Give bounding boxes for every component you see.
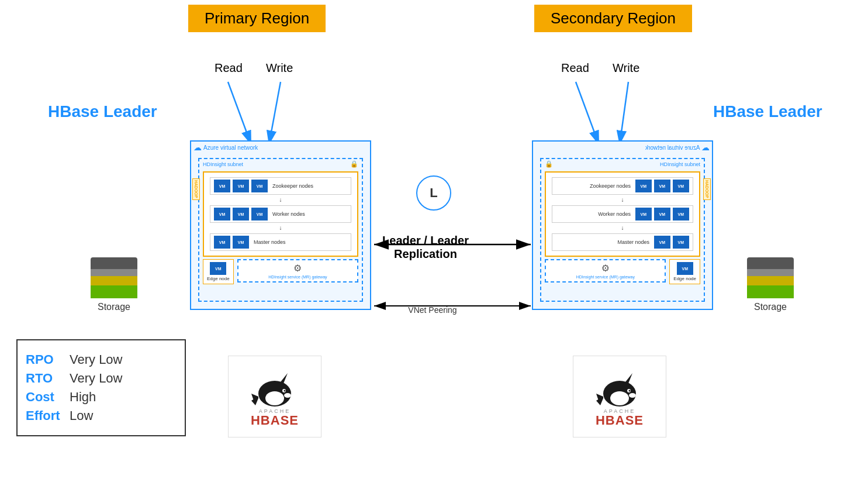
- primary-read-label: Read: [215, 61, 243, 75]
- svg-point-16: [284, 393, 291, 398]
- master-row: VM VM Master nodes: [210, 233, 351, 251]
- svg-point-25: [629, 390, 631, 392]
- svg-line-5: [576, 82, 599, 145]
- svg-text:HBASE: HBASE: [596, 413, 644, 428]
- cloud-icon-secondary: ☁: [701, 143, 710, 152]
- secondary-zookeeper-row: VM VM VM Zookeeper nodes: [552, 177, 693, 195]
- secondary-storage: Storage: [747, 257, 794, 312]
- vnet-peering-text: VNet Peering: [374, 305, 491, 315]
- cost-key: Cost: [26, 390, 70, 405]
- worker-row: VM VM VM Worker nodes: [210, 205, 351, 223]
- metrics-box: RPO Very Low RTO Very Low Cost High Effo…: [16, 339, 186, 436]
- effort-key: Effort: [26, 408, 70, 423]
- secondary-azure-box: ☁ Azure virtual network HDInsight subnet…: [532, 140, 713, 310]
- svg-line-3: [228, 82, 251, 145]
- lock-icon: 🔒: [350, 160, 358, 168]
- svg-text:HBASE: HBASE: [251, 413, 299, 428]
- hadoop-label-secondary: HADOOP: [703, 178, 711, 200]
- rpo-key: RPO: [26, 352, 70, 367]
- hadoop-label: HADOOP: [192, 178, 200, 200]
- primary-region-label: Primary Region: [188, 5, 326, 32]
- primary-hdinsight-subnet: HDInsight subnet 🔒 VM VM VM Zookeeper no…: [198, 158, 363, 302]
- svg-line-6: [620, 82, 628, 145]
- secondary-worker-row: VM VM VM Worker nodes: [552, 205, 693, 223]
- secondary-read-label: Read: [561, 61, 589, 75]
- secondary-hdinsight-service: ⚙ HDInsight service (MR) gateway: [545, 259, 666, 282]
- lock-icon-secondary: 🔒: [545, 160, 553, 168]
- edge-node: VM Edge node: [203, 259, 234, 284]
- center-circle: L: [416, 175, 451, 211]
- secondary-edge-node: VM Edge node: [669, 259, 700, 284]
- secondary-write-label: Write: [613, 61, 639, 75]
- primary-storage: Storage: [91, 257, 137, 312]
- cost-value: High: [70, 390, 96, 405]
- center-circle-text: L: [430, 185, 437, 201]
- hdinsight-service: ⚙ HDInsight service (MR) gateway: [237, 259, 358, 282]
- primary-hbase-leader: HBase Leader: [48, 102, 157, 121]
- primary-write-label: Write: [266, 61, 293, 75]
- svg-point-26: [629, 393, 636, 398]
- svg-point-10: [265, 391, 284, 405]
- replication-text: Leader / Leader Replication: [361, 234, 490, 261]
- svg-point-15: [284, 390, 286, 392]
- secondary-region-label: Secondary Region: [534, 5, 692, 32]
- secondary-hbase-leader: HBase Leader: [713, 102, 822, 121]
- secondary-hbase-logo: APACHE HBASE: [573, 356, 666, 437]
- secondary-master-row: VM VM Master nodes: [552, 233, 693, 251]
- rto-value: Very Low: [70, 371, 123, 386]
- rto-key: RTO: [26, 371, 70, 386]
- svg-line-4: [269, 82, 281, 145]
- cloud-icon: ☁: [193, 143, 202, 152]
- gear-icon: ⚙: [293, 263, 302, 274]
- effort-value: Low: [70, 408, 93, 423]
- rpo-value: Very Low: [70, 352, 123, 367]
- primary-hbase-logo: APACHE HBASE: [228, 356, 321, 437]
- svg-point-20: [610, 391, 629, 405]
- secondary-hdinsight-subnet: HDInsight subnet 🔒 VM VM VM Zookeeper no…: [540, 158, 705, 302]
- primary-azure-box: ☁ Azure virtual network HDInsight subnet…: [190, 140, 371, 310]
- zookeeper-row: VM VM VM Zookeeper nodes: [210, 177, 351, 195]
